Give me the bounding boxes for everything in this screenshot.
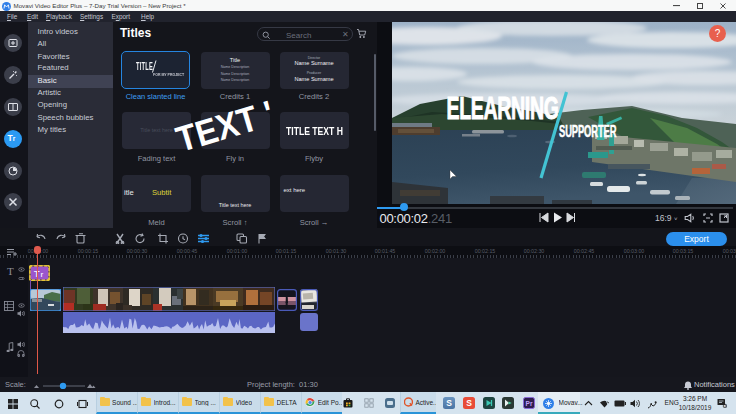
svg-text:r: r	[40, 270, 43, 277]
svg-text:3: 3	[724, 404, 726, 408]
svg-text:SUPPORTER: SUPPORTER	[559, 122, 617, 140]
svg-text:ELEARNING: ELEARNING	[447, 91, 559, 125]
